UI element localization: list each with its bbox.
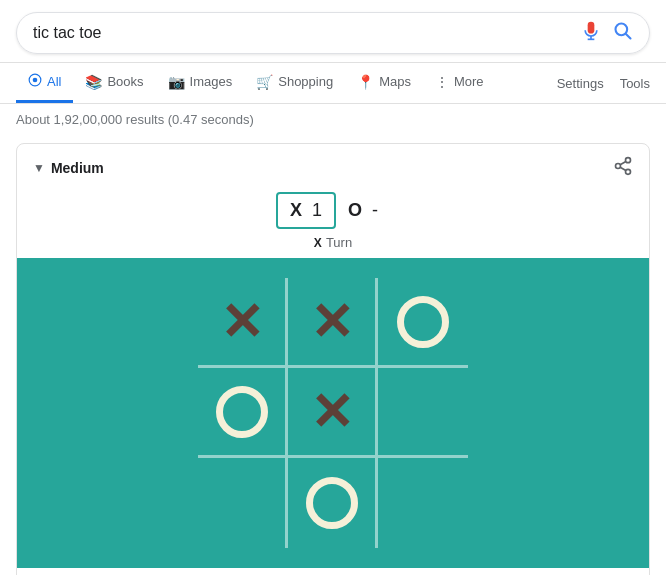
search-input[interactable] bbox=[33, 24, 573, 42]
tab-images[interactable]: 📷 Images bbox=[156, 64, 245, 103]
more-icon: ⋮ bbox=[435, 74, 449, 90]
nav-settings-tools: Settings Tools bbox=[557, 76, 650, 91]
game-header: ▼ Medium bbox=[17, 144, 649, 188]
shopping-icon: 🛒 bbox=[256, 74, 273, 90]
nav-tabs: All 📚 Books 📷 Images 🛒 Shopping 📍 Maps ⋮… bbox=[0, 63, 666, 104]
results-count: About 1,92,00,000 results (0.47 seconds) bbox=[0, 104, 666, 135]
tab-all-label: All bbox=[47, 74, 61, 89]
search-icon[interactable] bbox=[613, 21, 633, 45]
share-icon[interactable] bbox=[613, 156, 633, 180]
game-card: ▼ Medium X 1 O - X Turn bbox=[16, 143, 650, 575]
o-mark-7 bbox=[306, 477, 358, 529]
settings-link[interactable]: Settings bbox=[557, 76, 604, 91]
player-o-symbol: O bbox=[348, 200, 362, 221]
cell-0[interactable]: ✕ bbox=[198, 278, 288, 368]
cell-4[interactable]: ✕ bbox=[288, 368, 378, 458]
player-o-score: O - bbox=[336, 194, 390, 227]
tab-all[interactable]: All bbox=[16, 63, 73, 103]
search-bar-container bbox=[0, 0, 666, 63]
cell-5[interactable] bbox=[378, 368, 468, 458]
turn-text: Turn bbox=[326, 235, 352, 250]
svg-line-9 bbox=[620, 167, 626, 170]
turn-indicator: X Turn bbox=[17, 233, 649, 258]
collapse-icon[interactable]: ▼ bbox=[33, 161, 45, 175]
game-board-container: ✕ ✕ ✕ bbox=[17, 258, 649, 568]
cell-2[interactable] bbox=[378, 278, 468, 368]
tab-maps[interactable]: 📍 Maps bbox=[345, 64, 423, 103]
player-o-score-value: - bbox=[372, 200, 378, 221]
search-icons bbox=[581, 21, 633, 45]
svg-line-3 bbox=[626, 34, 631, 39]
score-row: X 1 O - bbox=[17, 188, 649, 233]
svg-point-7 bbox=[616, 164, 621, 169]
o-mark-3 bbox=[216, 386, 268, 438]
svg-point-5 bbox=[33, 78, 38, 83]
maps-icon: 📍 bbox=[357, 74, 374, 90]
cell-8[interactable] bbox=[378, 458, 468, 548]
svg-line-10 bbox=[620, 161, 626, 164]
svg-point-8 bbox=[626, 169, 631, 174]
tab-books-label: Books bbox=[107, 74, 143, 89]
svg-point-6 bbox=[626, 158, 631, 163]
search-bar bbox=[16, 12, 650, 54]
tab-more[interactable]: ⋮ More bbox=[423, 64, 496, 103]
player-x-score-value: 1 bbox=[312, 200, 322, 221]
player-x-score: X 1 bbox=[276, 192, 336, 229]
difficulty-text: Medium bbox=[51, 160, 104, 176]
tab-maps-label: Maps bbox=[379, 74, 411, 89]
tab-shopping[interactable]: 🛒 Shopping bbox=[244, 64, 345, 103]
tab-images-label: Images bbox=[190, 74, 233, 89]
books-icon: 📚 bbox=[85, 74, 102, 90]
o-mark-2 bbox=[397, 296, 449, 348]
cell-3[interactable] bbox=[198, 368, 288, 458]
game-board: ✕ ✕ ✕ bbox=[198, 278, 468, 548]
x-mark-4: ✕ bbox=[310, 386, 354, 438]
tools-link[interactable]: Tools bbox=[620, 76, 650, 91]
cell-6[interactable] bbox=[198, 458, 288, 548]
tab-books[interactable]: 📚 Books bbox=[73, 64, 155, 103]
turn-symbol: X bbox=[314, 236, 322, 250]
mic-icon[interactable] bbox=[581, 21, 601, 45]
restart-container: RESTART GAME bbox=[17, 568, 649, 575]
tab-shopping-label: Shopping bbox=[278, 74, 333, 89]
cell-7[interactable] bbox=[288, 458, 378, 548]
cell-1[interactable]: ✕ bbox=[288, 278, 378, 368]
x-mark-1: ✕ bbox=[310, 296, 354, 348]
difficulty-label: ▼ Medium bbox=[33, 160, 104, 176]
player-x-symbol: X bbox=[290, 200, 302, 221]
x-mark-0: ✕ bbox=[220, 296, 264, 348]
all-icon bbox=[28, 73, 42, 90]
images-icon: 📷 bbox=[168, 74, 185, 90]
tab-more-label: More bbox=[454, 74, 484, 89]
